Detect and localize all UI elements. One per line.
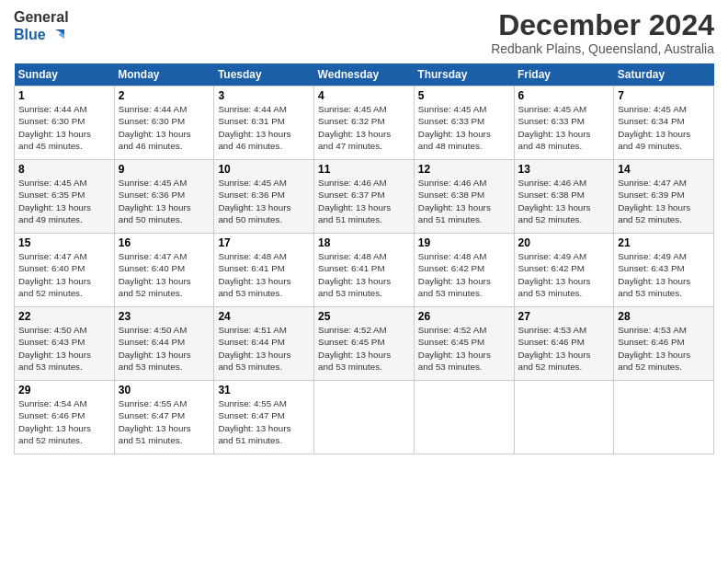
day-info: Sunrise: 4:46 AM Sunset: 6:38 PM Dayligh… — [518, 177, 610, 225]
calendar-cell: 4Sunrise: 4:45 AM Sunset: 6:32 PM Daylig… — [314, 86, 415, 160]
calendar-header-row: Sunday Monday Tuesday Wednesday Thursday… — [15, 63, 714, 86]
calendar-week-row: 22Sunrise: 4:50 AM Sunset: 6:43 PM Dayli… — [15, 307, 714, 381]
logo-general: General — [14, 9, 69, 26]
day-info: Sunrise: 4:51 AM Sunset: 6:44 PM Dayligh… — [218, 324, 310, 373]
day-info: Sunrise: 4:49 AM Sunset: 6:43 PM Dayligh… — [618, 250, 710, 299]
calendar-cell: 3Sunrise: 4:44 AM Sunset: 6:31 PM Daylig… — [214, 86, 314, 160]
calendar-cell: 7Sunrise: 4:45 AM Sunset: 6:34 PM Daylig… — [614, 86, 714, 160]
logo-blue: Blue — [14, 26, 69, 44]
calendar-cell: 18Sunrise: 4:48 AM Sunset: 6:41 PM Dayli… — [314, 234, 415, 307]
col-monday: Monday — [114, 63, 214, 86]
calendar-cell — [514, 381, 614, 454]
calendar-week-row: 1Sunrise: 4:44 AM Sunset: 6:30 PM Daylig… — [15, 86, 714, 160]
day-number: 22 — [18, 310, 110, 323]
day-number: 13 — [518, 163, 610, 176]
day-info: Sunrise: 4:45 AM Sunset: 6:32 PM Dayligh… — [318, 103, 410, 152]
day-info: Sunrise: 4:54 AM Sunset: 6:46 PM Dayligh… — [18, 397, 110, 446]
col-thursday: Thursday — [414, 63, 514, 86]
day-info: Sunrise: 4:52 AM Sunset: 6:45 PM Dayligh… — [318, 324, 410, 373]
calendar-cell: 16Sunrise: 4:47 AM Sunset: 6:40 PM Dayli… — [114, 234, 214, 307]
page-container: General Blue December 2024 Redbank Plain… — [0, 0, 728, 464]
calendar-cell: 15Sunrise: 4:47 AM Sunset: 6:40 PM Dayli… — [15, 234, 115, 307]
day-info: Sunrise: 4:45 AM Sunset: 6:36 PM Dayligh… — [218, 177, 310, 225]
calendar-week-row: 15Sunrise: 4:47 AM Sunset: 6:40 PM Dayli… — [15, 234, 714, 307]
logo: General Blue — [14, 9, 69, 44]
day-number: 7 — [618, 89, 710, 102]
calendar-cell: 5Sunrise: 4:45 AM Sunset: 6:33 PM Daylig… — [414, 86, 514, 160]
calendar-cell: 14Sunrise: 4:47 AM Sunset: 6:39 PM Dayli… — [614, 160, 714, 234]
calendar-cell — [414, 381, 514, 454]
day-number: 18 — [318, 236, 410, 249]
col-tuesday: Tuesday — [214, 63, 314, 86]
calendar-cell: 22Sunrise: 4:50 AM Sunset: 6:43 PM Dayli… — [15, 307, 115, 381]
calendar-cell: 29Sunrise: 4:54 AM Sunset: 6:46 PM Dayli… — [15, 381, 115, 454]
day-number: 8 — [18, 163, 110, 176]
calendar-cell: 31Sunrise: 4:55 AM Sunset: 6:47 PM Dayli… — [214, 381, 314, 454]
day-number: 11 — [318, 163, 410, 176]
day-number: 6 — [518, 89, 610, 102]
day-info: Sunrise: 4:55 AM Sunset: 6:47 PM Dayligh… — [218, 397, 310, 446]
day-number: 3 — [218, 89, 310, 102]
title-section: December 2024 Redbank Plains, Queensland… — [491, 9, 714, 56]
day-number: 23 — [119, 310, 210, 323]
calendar-cell: 25Sunrise: 4:52 AM Sunset: 6:45 PM Dayli… — [314, 307, 415, 381]
calendar-week-row: 8Sunrise: 4:45 AM Sunset: 6:35 PM Daylig… — [15, 160, 714, 234]
day-number: 30 — [119, 384, 210, 396]
day-number: 29 — [18, 384, 110, 396]
day-number: 5 — [418, 89, 510, 102]
col-saturday: Saturday — [614, 63, 714, 86]
day-number: 24 — [218, 310, 310, 323]
day-info: Sunrise: 4:45 AM Sunset: 6:36 PM Dayligh… — [119, 177, 210, 225]
day-number: 2 — [119, 89, 210, 102]
col-wednesday: Wednesday — [314, 63, 415, 86]
calendar-cell: 24Sunrise: 4:51 AM Sunset: 6:44 PM Dayli… — [214, 307, 314, 381]
calendar-cell: 9Sunrise: 4:45 AM Sunset: 6:36 PM Daylig… — [114, 160, 214, 234]
calendar-cell — [614, 381, 714, 454]
day-number: 1 — [18, 89, 110, 102]
calendar-cell: 28Sunrise: 4:53 AM Sunset: 6:46 PM Dayli… — [614, 307, 714, 381]
day-number: 27 — [518, 310, 610, 323]
calendar-cell: 17Sunrise: 4:48 AM Sunset: 6:41 PM Dayli… — [214, 234, 314, 307]
day-info: Sunrise: 4:48 AM Sunset: 6:41 PM Dayligh… — [218, 250, 310, 299]
day-info: Sunrise: 4:46 AM Sunset: 6:38 PM Dayligh… — [418, 177, 510, 225]
day-info: Sunrise: 4:48 AM Sunset: 6:42 PM Dayligh… — [418, 250, 510, 299]
day-number: 26 — [418, 310, 510, 323]
day-info: Sunrise: 4:45 AM Sunset: 6:35 PM Dayligh… — [18, 177, 110, 225]
calendar-cell: 21Sunrise: 4:49 AM Sunset: 6:43 PM Dayli… — [614, 234, 714, 307]
day-info: Sunrise: 4:50 AM Sunset: 6:44 PM Dayligh… — [119, 324, 210, 373]
calendar-cell: 27Sunrise: 4:53 AM Sunset: 6:46 PM Dayli… — [514, 307, 614, 381]
day-number: 15 — [18, 236, 110, 249]
day-info: Sunrise: 4:45 AM Sunset: 6:33 PM Dayligh… — [518, 103, 610, 152]
calendar-table: Sunday Monday Tuesday Wednesday Thursday… — [14, 63, 714, 454]
day-info: Sunrise: 4:47 AM Sunset: 6:40 PM Dayligh… — [119, 250, 210, 299]
day-number: 20 — [518, 236, 610, 249]
day-number: 19 — [418, 236, 510, 249]
logo-text-block: General Blue — [14, 9, 69, 44]
calendar-cell: 19Sunrise: 4:48 AM Sunset: 6:42 PM Dayli… — [414, 234, 514, 307]
day-number: 10 — [218, 163, 310, 176]
calendar-cell: 8Sunrise: 4:45 AM Sunset: 6:35 PM Daylig… — [15, 160, 115, 234]
calendar-cell — [314, 381, 415, 454]
day-number: 16 — [119, 236, 210, 249]
col-friday: Friday — [514, 63, 614, 86]
day-info: Sunrise: 4:47 AM Sunset: 6:40 PM Dayligh… — [18, 250, 110, 299]
day-info: Sunrise: 4:53 AM Sunset: 6:46 PM Dayligh… — [518, 324, 610, 373]
day-number: 28 — [618, 310, 710, 323]
calendar-cell: 2Sunrise: 4:44 AM Sunset: 6:30 PM Daylig… — [114, 86, 214, 160]
calendar-cell: 30Sunrise: 4:55 AM Sunset: 6:47 PM Dayli… — [114, 381, 214, 454]
calendar-cell: 20Sunrise: 4:49 AM Sunset: 6:42 PM Dayli… — [514, 234, 614, 307]
day-number: 25 — [318, 310, 410, 323]
day-info: Sunrise: 4:44 AM Sunset: 6:30 PM Dayligh… — [18, 103, 110, 152]
calendar-cell: 26Sunrise: 4:52 AM Sunset: 6:45 PM Dayli… — [414, 307, 514, 381]
col-sunday: Sunday — [15, 63, 115, 86]
day-info: Sunrise: 4:52 AM Sunset: 6:45 PM Dayligh… — [418, 324, 510, 373]
calendar-week-row: 29Sunrise: 4:54 AM Sunset: 6:46 PM Dayli… — [15, 381, 714, 454]
day-info: Sunrise: 4:49 AM Sunset: 6:42 PM Dayligh… — [518, 250, 610, 299]
day-number: 17 — [218, 236, 310, 249]
calendar-cell: 11Sunrise: 4:46 AM Sunset: 6:37 PM Dayli… — [314, 160, 415, 234]
day-info: Sunrise: 4:50 AM Sunset: 6:43 PM Dayligh… — [18, 324, 110, 373]
month-title: December 2024 — [491, 9, 714, 41]
day-info: Sunrise: 4:46 AM Sunset: 6:37 PM Dayligh… — [318, 177, 410, 225]
day-info: Sunrise: 4:48 AM Sunset: 6:41 PM Dayligh… — [318, 250, 410, 299]
day-info: Sunrise: 4:47 AM Sunset: 6:39 PM Dayligh… — [618, 177, 710, 225]
